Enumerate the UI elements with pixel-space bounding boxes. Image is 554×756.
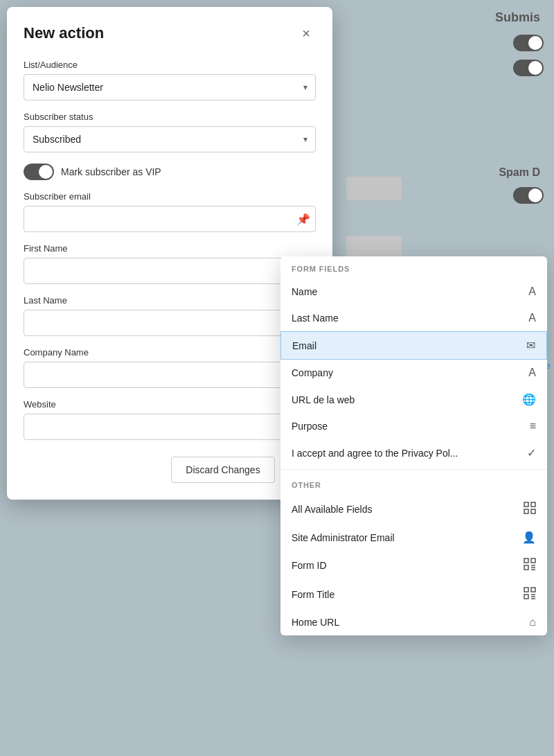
svg-rect-10 (524, 588, 528, 592)
dropdown-item-lastname-icon: A (528, 312, 536, 324)
company-name-input-row (24, 362, 316, 388)
field-picker-dropdown: FORM FIELDS Name A Last Name A Email ✉ C… (280, 256, 547, 635)
modal-title: New action (24, 24, 104, 42)
dropdown-divider (280, 469, 547, 470)
subscriber-status-group: Subscriber status Subscribed ▾ (24, 112, 316, 152)
dropdown-item-company-icon: A (528, 367, 536, 379)
close-button[interactable]: × (296, 24, 316, 43)
modal-footer: Discard Changes A (24, 457, 316, 483)
discard-button[interactable]: Discard Changes (171, 457, 274, 483)
dropdown-item-name-icon: A (528, 285, 536, 298)
subscriber-email-group: Subscriber email 📌 (24, 191, 316, 232)
pin-icon[interactable]: 📌 (296, 213, 310, 226)
dropdown-item-email[interactable]: Email ✉ (280, 331, 547, 360)
dropdown-item-lastname-label: Last Name (292, 313, 339, 324)
website-label: Website (24, 399, 316, 410)
dropdown-item-all-fields[interactable]: All Available Fields (280, 495, 547, 524)
dropdown-item-form-title-label: Form Title (292, 589, 334, 600)
list-audience-wrapper: Nelio Newsletter ▾ (24, 74, 316, 100)
dropdown-item-form-title[interactable]: Form Title (280, 580, 547, 609)
dropdown-item-site-admin-email-label: Site Administrator Email (292, 532, 395, 543)
first-name-group: First Name (24, 243, 316, 284)
dropdown-item-email-icon: ✉ (526, 339, 535, 352)
modal-header: New action × (24, 24, 316, 43)
qr-icon-2 (524, 587, 536, 602)
dropdown-item-all-fields-label: All Available Fields (292, 504, 372, 515)
bg-toggle-area (513, 35, 544, 76)
dropdown-item-name-label: Name (292, 286, 317, 297)
vip-toggle-row: Mark subscriber as VIP (24, 164, 316, 180)
subscriber-email-input[interactable] (24, 206, 316, 232)
svg-rect-2 (524, 509, 528, 513)
subscriber-status-select[interactable]: Subscribed (24, 126, 316, 152)
dropdown-item-home-url[interactable]: Home URL ⌂ (280, 609, 547, 635)
website-group: Website (24, 399, 316, 440)
dropdown-item-privacy-label: I accept and agree to the Privacy Pol... (292, 448, 458, 459)
bg-toggle-1[interactable] (513, 35, 544, 51)
dropdown-item-lastname[interactable]: Last Name A (280, 305, 547, 331)
subscriber-email-input-row: 📌 (24, 206, 316, 232)
bg-toggle-2[interactable] (513, 60, 544, 76)
last-name-input[interactable] (24, 310, 316, 336)
svg-rect-12 (524, 595, 528, 599)
first-name-input-row (24, 258, 316, 284)
svg-rect-1 (531, 502, 535, 507)
other-header: OTHER (280, 473, 547, 495)
person-icon: 👤 (522, 531, 536, 544)
svg-rect-0 (524, 502, 528, 507)
dropdown-item-url-label: URL de la web (292, 394, 355, 405)
dropdown-item-name[interactable]: Name A (280, 279, 547, 305)
first-name-label: First Name (24, 243, 316, 254)
last-name-group: Last Name (24, 295, 316, 336)
website-input[interactable] (24, 414, 316, 440)
dropdown-item-form-id[interactable]: Form ID (280, 551, 547, 580)
svg-rect-11 (531, 588, 535, 592)
subscriber-status-label: Subscriber status (24, 112, 316, 122)
svg-rect-6 (524, 565, 528, 570)
subscriber-status-wrapper: Subscribed ▾ (24, 126, 316, 152)
checkmark-icon: ✓ (527, 446, 536, 459)
vip-toggle[interactable] (24, 164, 54, 180)
list-audience-group: List/Audience Nelio Newsletter ▾ (24, 60, 316, 100)
company-name-group: Company Name (24, 347, 316, 388)
qr-icon-1 (524, 558, 536, 573)
last-name-input-row (24, 310, 316, 336)
dropdown-item-company-label: Company (292, 367, 333, 378)
form-fields-header: FORM FIELDS (280, 256, 547, 279)
list-audience-select[interactable]: Nelio Newsletter (24, 74, 316, 100)
grid-icon (524, 502, 536, 517)
svg-rect-4 (524, 559, 528, 563)
list-audience-label: List/Audience (24, 60, 316, 70)
company-name-input[interactable] (24, 362, 316, 388)
dropdown-item-company[interactable]: Company A (280, 360, 547, 386)
vip-toggle-label: Mark subscriber as VIP (61, 166, 161, 177)
first-name-input[interactable] (24, 258, 316, 284)
globe-icon: 🌐 (522, 393, 536, 406)
dropdown-item-home-url-label: Home URL (292, 617, 339, 628)
bg-submit-text: Submis (495, 10, 540, 25)
dropdown-item-privacy[interactable]: I accept and agree to the Privacy Pol...… (280, 439, 547, 466)
bg-toggle-3[interactable] (513, 187, 544, 204)
dropdown-item-url[interactable]: URL de la web 🌐 (280, 386, 547, 413)
dropdown-item-form-id-label: Form ID (292, 560, 327, 571)
svg-rect-5 (531, 559, 535, 563)
bg-spam-text: Spam D (499, 166, 540, 179)
company-name-label: Company Name (24, 347, 316, 358)
lines-icon: ≡ (530, 420, 536, 432)
home-icon: ⌂ (529, 616, 536, 628)
website-input-row (24, 414, 316, 440)
subscriber-email-label: Subscriber email (24, 191, 316, 202)
svg-rect-3 (531, 509, 535, 513)
last-name-label: Last Name (24, 295, 316, 306)
dropdown-item-purpose-label: Purpose (292, 421, 328, 432)
bg-rect-2 (346, 236, 402, 259)
dropdown-item-purpose[interactable]: Purpose ≡ (280, 413, 547, 439)
dropdown-item-site-admin-email[interactable]: Site Administrator Email 👤 (280, 524, 547, 551)
bg-rect-1 (346, 177, 402, 200)
dropdown-item-email-label: Email (292, 340, 316, 351)
